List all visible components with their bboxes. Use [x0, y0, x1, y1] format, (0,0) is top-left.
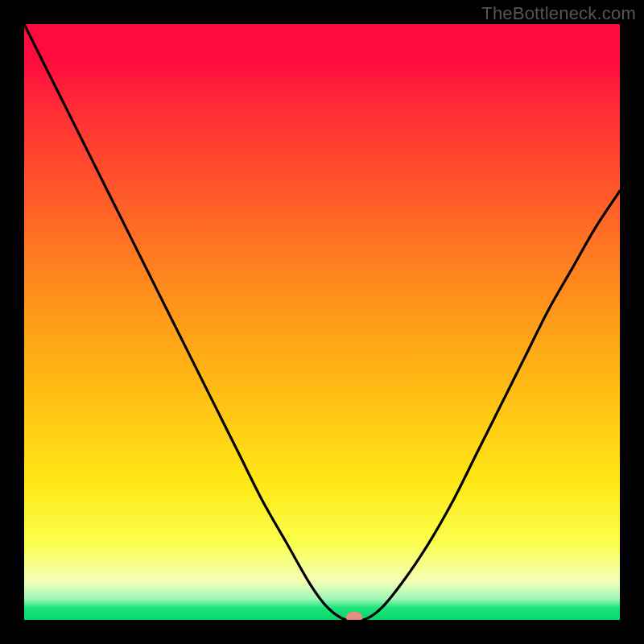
plot-area — [24, 24, 620, 620]
chart-frame: TheBottleneck.com — [0, 0, 644, 644]
bottleneck-curve — [24, 24, 620, 620]
curve-path — [24, 24, 620, 620]
watermark-text: TheBottleneck.com — [481, 3, 636, 24]
optimal-point-marker — [346, 612, 362, 620]
